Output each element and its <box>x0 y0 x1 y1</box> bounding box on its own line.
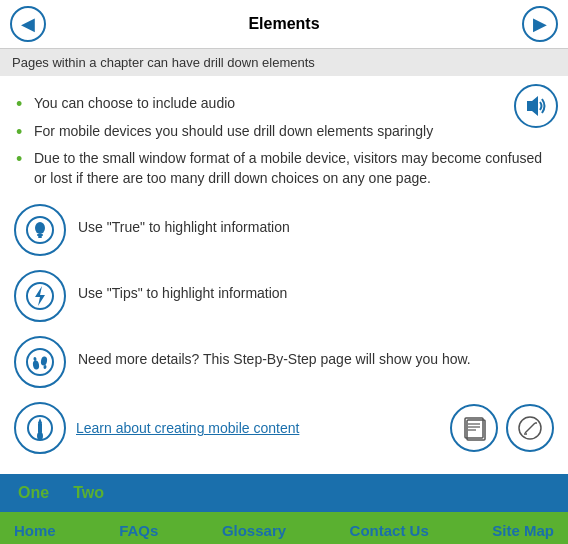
main-content: You can choose to include audio For mobi… <box>0 76 568 474</box>
nav-home[interactable]: Home <box>14 522 56 539</box>
subtitle-text: Pages within a chapter can have drill do… <box>12 55 315 70</box>
nav-faqs[interactable]: FAQs <box>119 522 158 539</box>
tips-icon-circle <box>14 270 66 322</box>
nav-glossary[interactable]: Glossary <box>222 522 286 539</box>
tab-two[interactable]: Two <box>69 482 108 504</box>
list-item: Due to the small window format of a mobi… <box>14 149 554 188</box>
link-row: Learn about creating mobile content <box>14 402 554 454</box>
step-text: Need more details? This Step-By-Step pag… <box>78 336 471 370</box>
notes-icon <box>461 415 487 441</box>
nav-sitemap[interactable]: Site Map <box>492 522 554 539</box>
next-button[interactable]: ▶ <box>522 6 558 42</box>
svg-point-8 <box>32 360 39 370</box>
bottom-nav: Home FAQs Glossary Contact Us Site Map <box>0 512 568 544</box>
true-icon-circle <box>14 204 66 256</box>
action-buttons <box>450 404 554 452</box>
svg-rect-3 <box>37 234 43 236</box>
link-icon-circle <box>14 402 66 454</box>
svg-point-9 <box>40 356 47 366</box>
svg-line-22 <box>525 423 535 433</box>
svg-marker-6 <box>35 286 45 306</box>
tips-row: Use "Tips" to highlight information <box>14 270 554 322</box>
bullet-list: You can choose to include audio For mobi… <box>14 94 554 188</box>
svg-rect-14 <box>38 422 42 434</box>
tips-text: Use "Tips" to highlight information <box>78 270 287 304</box>
tab-one[interactable]: One <box>14 482 53 504</box>
subtitle-bar: Pages within a chapter can have drill do… <box>0 49 568 76</box>
svg-rect-4 <box>38 236 42 238</box>
svg-point-2 <box>35 222 45 234</box>
footprints-icon <box>25 347 55 377</box>
step-row: Need more details? This Step-By-Step pag… <box>14 336 554 388</box>
header: ◀ Elements ▶ <box>0 0 568 49</box>
list-item: For mobile devices you should use drill … <box>14 122 554 142</box>
lightning-icon <box>25 281 55 311</box>
page-title: Elements <box>248 15 319 33</box>
prev-button[interactable]: ◀ <box>10 6 46 42</box>
tab-bar: One Two <box>0 474 568 512</box>
true-row: Use "True" to highlight information <box>14 204 554 256</box>
list-item: You can choose to include audio <box>14 94 554 114</box>
notes-button[interactable] <box>450 404 498 452</box>
step-icon-circle <box>14 336 66 388</box>
edit-icon <box>517 415 543 441</box>
learn-link[interactable]: Learn about creating mobile content <box>76 420 440 436</box>
edit-button[interactable] <box>506 404 554 452</box>
svg-point-10 <box>33 357 37 361</box>
true-text: Use "True" to highlight information <box>78 204 290 238</box>
svg-marker-15 <box>38 418 42 423</box>
nav-contact[interactable]: Contact Us <box>350 522 429 539</box>
pen-icon <box>26 414 54 442</box>
lightbulb-icon <box>25 215 55 245</box>
svg-point-7 <box>27 349 53 375</box>
